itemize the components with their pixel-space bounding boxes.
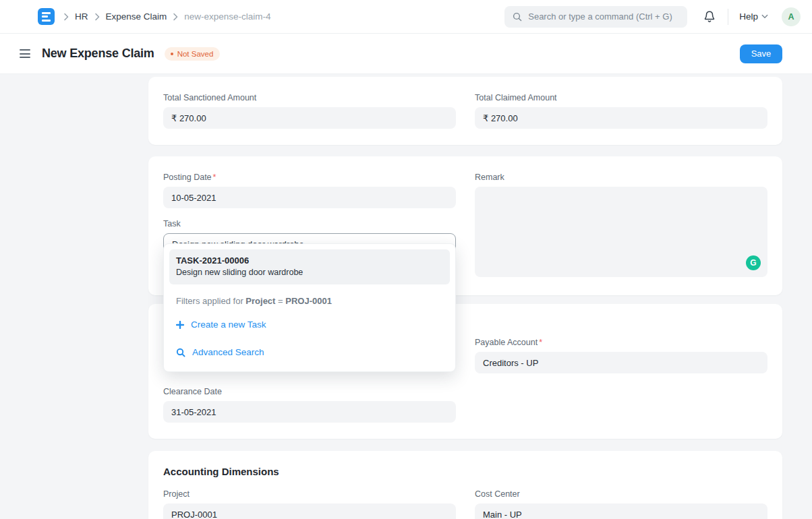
- cost-center-input[interactable]: Main - UP: [475, 503, 767, 519]
- status-badge-label: Not Saved: [177, 50, 214, 58]
- payable-account-field: Payable Account* Creditors - UP: [475, 338, 767, 373]
- total-claimed-label: Total Claimed Amount: [475, 93, 767, 102]
- task-option[interactable]: TASK-2021-00006 Design new sliding door …: [169, 249, 450, 284]
- task-label: Task: [163, 219, 456, 228]
- filters-operator: =: [278, 296, 283, 306]
- breadcrumb-item-hr[interactable]: HR: [75, 11, 88, 22]
- bell-icon[interactable]: [703, 10, 716, 23]
- page-title: New Expense Claim: [42, 47, 154, 61]
- create-new-task-label: Create a new Task: [191, 319, 266, 330]
- help-menu[interactable]: Help: [739, 11, 768, 22]
- global-search[interactable]: [504, 6, 687, 28]
- dimensions-grid: Project PROJ-0001 Cost Center Main - UP: [163, 489, 767, 519]
- remark-textarea[interactable]: [475, 187, 767, 277]
- chevron-right-icon: [94, 13, 100, 21]
- help-label: Help: [739, 11, 758, 22]
- filters-field: Project: [245, 296, 275, 306]
- posting-date-label: Posting Date*: [163, 173, 456, 182]
- total-sanctioned-label: Total Sanctioned Amount: [163, 93, 456, 102]
- search-icon: [176, 348, 185, 357]
- breadcrumb: HR Expense Claim new-expense-claim-4: [63, 11, 271, 22]
- menu-icon[interactable]: [18, 47, 32, 61]
- totals-section: Total Sanctioned Amount ₹ 270.00 Total C…: [148, 77, 782, 145]
- details-right-column: Remark G: [475, 173, 767, 277]
- form-content: Total Sanctioned Amount ₹ 270.00 Total C…: [148, 74, 782, 519]
- details-left-column: Posting Date* 10-05-2021 Task Design new…: [163, 173, 456, 277]
- search-input[interactable]: [528, 11, 679, 22]
- erpnext-logo-icon[interactable]: [38, 8, 55, 25]
- project-label: Project: [163, 489, 456, 499]
- task-dropdown: TASK-2021-00006 Design new sliding door …: [163, 243, 456, 372]
- cost-center-label: Cost Center: [475, 489, 767, 499]
- status-badge: Not Saved: [165, 47, 221, 61]
- create-new-task-link[interactable]: Create a new Task: [169, 311, 450, 338]
- search-icon: [513, 12, 522, 22]
- total-claimed-input[interactable]: ₹ 270.00: [475, 107, 767, 129]
- project-input[interactable]: PROJ-0001: [163, 503, 456, 519]
- payable-account-label: Payable Account*: [475, 338, 767, 347]
- required-marker: *: [213, 173, 216, 182]
- details-section: Posting Date* 10-05-2021 Task Design new…: [148, 156, 782, 295]
- payable-account-input[interactable]: Creditors - UP: [475, 352, 767, 373]
- project-field: Project PROJ-0001: [163, 489, 456, 519]
- clearance-date-label: Clearance Date: [163, 387, 456, 396]
- chevron-right-icon: [173, 13, 178, 21]
- dimensions-section: Accounting Dimensions Project PROJ-0001 …: [148, 451, 782, 519]
- status-dot-icon: [171, 53, 173, 55]
- filters-value: PROJ-0001: [285, 296, 332, 306]
- navbar-actions: Help A: [703, 7, 801, 26]
- required-marker: *: [539, 338, 542, 347]
- dimensions-heading: Accounting Dimensions: [163, 466, 767, 477]
- task-field: Task Design new sliding door wardrobe TA…: [163, 219, 456, 255]
- total-claimed-field: Total Claimed Amount ₹ 270.00: [475, 93, 767, 129]
- posting-date-field: Posting Date* 10-05-2021: [163, 173, 456, 208]
- divider: [728, 9, 728, 25]
- advanced-search-label: Advanced Search: [192, 347, 264, 357]
- advanced-search-link[interactable]: Advanced Search: [169, 338, 450, 366]
- navbar: HR Expense Claim new-expense-claim-4 Hel…: [0, 0, 812, 34]
- save-button[interactable]: Save: [740, 44, 782, 63]
- task-option-id: TASK-2021-00006: [176, 255, 443, 266]
- payable-account-label-text: Payable Account: [475, 338, 538, 347]
- breadcrumb-item-current: new-expense-claim-4: [184, 11, 270, 22]
- breadcrumb-item-expense-claim[interactable]: Expense Claim: [106, 11, 167, 22]
- task-option-subject: Design new sliding door wardrobe: [176, 268, 443, 277]
- chevron-right-icon: [63, 13, 69, 21]
- posting-date-input[interactable]: 10-05-2021: [163, 187, 456, 208]
- remark-label: Remark: [475, 173, 767, 182]
- avatar[interactable]: A: [782, 7, 801, 26]
- cost-center-field: Cost Center Main - UP: [475, 489, 767, 519]
- page-header: New Expense Claim Not Saved Save: [0, 34, 812, 74]
- clearance-date-input[interactable]: 31-05-2021: [163, 401, 456, 423]
- accounting-right-spacer: [475, 387, 767, 423]
- remark-field: G: [475, 187, 767, 277]
- filters-prefix: Filters applied for: [176, 296, 243, 306]
- total-sanctioned-input[interactable]: ₹ 270.00: [163, 107, 456, 129]
- filters-applied-note: Filters applied for Project = PROJ-0001: [169, 284, 450, 311]
- plus-icon: [176, 321, 184, 329]
- chevron-down-icon: [761, 14, 768, 19]
- clearance-date-field: Clearance Date 31-05-2021: [163, 387, 456, 423]
- posting-date-label-text: Posting Date: [163, 173, 212, 182]
- grammarly-icon[interactable]: G: [746, 255, 761, 270]
- total-sanctioned-field: Total Sanctioned Amount ₹ 270.00: [163, 93, 456, 129]
